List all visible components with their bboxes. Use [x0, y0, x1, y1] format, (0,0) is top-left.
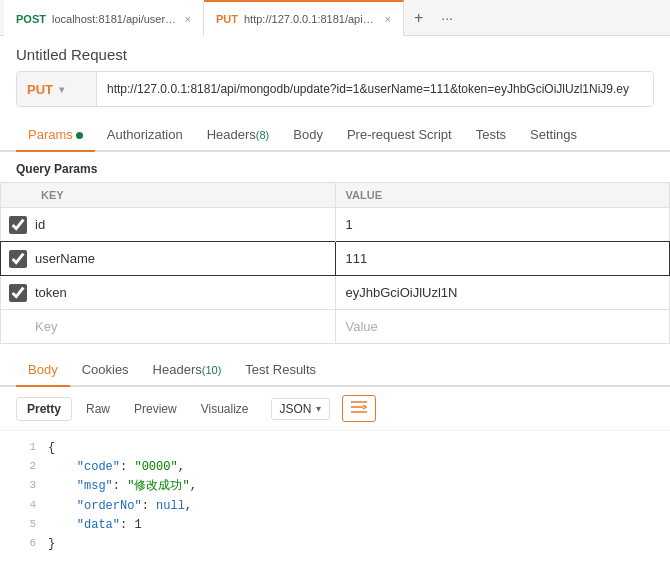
code-key-3: "msg" — [77, 479, 113, 493]
tab-response-body[interactable]: Body — [16, 354, 70, 387]
code-content-3: "msg": "修改成功", — [48, 477, 197, 496]
tab-cookies[interactable]: Cookies — [70, 354, 141, 387]
key-column-header: KEY — [1, 183, 336, 208]
more-menu-button[interactable]: ··· — [433, 10, 461, 26]
headers-badge: (8) — [256, 129, 269, 141]
code-content-1: { — [48, 439, 55, 458]
response-code-area: 1 { 2 "code": "0000", 3 "msg": "修改成功", 4… — [0, 431, 670, 561]
line-num-3: 3 — [4, 477, 36, 496]
tab-tests[interactable]: Tests — [464, 119, 518, 152]
param-checkbox-2[interactable] — [9, 250, 27, 268]
code-line-2: 2 "code": "0000", — [0, 458, 670, 477]
authorization-label: Authorization — [107, 127, 183, 142]
param-key-cell-3: token — [1, 276, 336, 310]
body-tab-label: Body — [293, 127, 323, 142]
code-line-3: 3 "msg": "修改成功", — [0, 477, 670, 496]
add-tab-button[interactable]: + — [404, 9, 433, 27]
line-num-5: 5 — [4, 516, 36, 535]
param-checkbox-3[interactable] — [9, 284, 27, 302]
code-key-4: "orderNo" — [77, 499, 142, 513]
url-bar: PUT ▾ — [16, 71, 654, 107]
json-select-dropdown[interactable]: JSON ▾ — [271, 398, 330, 420]
params-table: KEY VALUE id 1 userName — [0, 182, 670, 344]
test-results-label: Test Results — [245, 362, 316, 377]
param-key-text-2: userName — [35, 251, 327, 266]
tab-params[interactable]: Params — [16, 119, 95, 152]
param-key-cell-empty: Key — [1, 310, 336, 344]
tab-response-headers[interactable]: Headers(10) — [141, 354, 234, 387]
raw-button[interactable]: Raw — [76, 398, 120, 420]
value-placeholder: Value — [346, 319, 378, 334]
pretty-button[interactable]: Pretty — [16, 397, 72, 421]
code-line-4: 4 "orderNo": null, — [0, 497, 670, 516]
param-key-cell-2: userName — [1, 242, 336, 276]
line-num-4: 4 — [4, 497, 36, 516]
param-checkbox-1[interactable] — [9, 216, 27, 234]
cookies-label: Cookies — [82, 362, 129, 377]
post-tab-close[interactable]: × — [185, 13, 191, 25]
preview-button[interactable]: Preview — [124, 398, 187, 420]
param-key-text-1: id — [35, 217, 327, 232]
put-tab-close[interactable]: × — [385, 13, 391, 25]
put-method-badge: PUT — [216, 13, 238, 25]
response-headers-badge: (10) — [202, 364, 222, 376]
code-key-2: "code" — [77, 460, 120, 474]
response-headers-label: Headers — [153, 362, 202, 377]
param-value-cell-2: 111 — [335, 242, 670, 276]
method-select-arrow-icon: ▾ — [59, 84, 64, 95]
post-tab-url: localhost:8181/api/user/login?... — [52, 13, 177, 25]
tab-headers[interactable]: Headers(8) — [195, 119, 282, 152]
table-row: userName 111 — [1, 242, 670, 276]
prerequest-label: Pre-request Script — [347, 127, 452, 142]
param-value-cell-3: eyJhbGciOiJlUzl1N — [335, 276, 670, 310]
method-label: PUT — [27, 82, 53, 97]
tab-authorization[interactable]: Authorization — [95, 119, 195, 152]
param-key-cell-1: id — [1, 208, 336, 242]
code-content-5: "data": 1 — [48, 516, 142, 535]
put-tab-url: http://127.0.0.1:8181/api/mong... — [244, 13, 377, 25]
code-line-6: 6 } — [0, 535, 670, 554]
table-row-empty: Key Value — [1, 310, 670, 344]
response-body-label: Body — [28, 362, 58, 377]
visualize-button[interactable]: Visualize — [191, 398, 259, 420]
tab-settings[interactable]: Settings — [518, 119, 589, 152]
request-title: Untitled Request — [0, 36, 670, 71]
line-num-2: 2 — [4, 458, 36, 477]
tab-body[interactable]: Body — [281, 119, 335, 152]
query-params-title: Query Params — [0, 152, 670, 182]
code-line-5: 5 "data": 1 — [0, 516, 670, 535]
tab-test-results[interactable]: Test Results — [233, 354, 328, 387]
param-key-text-3: token — [35, 285, 327, 300]
line-num-1: 1 — [4, 439, 36, 458]
code-line-1: 1 { — [0, 439, 670, 458]
body-format-bar: Pretty Raw Preview Visualize JSON ▾ — [0, 387, 670, 431]
post-method-badge: POST — [16, 13, 46, 25]
settings-label: Settings — [530, 127, 577, 142]
param-value-cell-empty: Value — [335, 310, 670, 344]
url-input[interactable] — [97, 72, 653, 106]
param-value-text-3: eyJhbGciOiJlUzl1N — [346, 285, 458, 300]
tab-prerequest[interactable]: Pre-request Script — [335, 119, 464, 152]
param-value-text-2: 111 — [346, 251, 368, 266]
code-value-3: "修改成功" — [127, 479, 189, 493]
table-row: id 1 — [1, 208, 670, 242]
method-select[interactable]: PUT ▾ — [17, 72, 97, 106]
nav-tabs: Params Authorization Headers(8) Body Pre… — [0, 119, 670, 152]
wrap-text-icon[interactable] — [342, 395, 376, 422]
code-value-5: 1 — [134, 518, 141, 532]
code-value-2: "0000" — [134, 460, 177, 474]
param-value-cell-1: 1 — [335, 208, 670, 242]
code-content-4: "orderNo": null, — [48, 497, 192, 516]
params-label: Params — [28, 127, 73, 142]
value-column-header: VALUE — [335, 183, 670, 208]
response-tabs: Body Cookies Headers(10) Test Results — [0, 354, 670, 387]
top-tabs-bar: POST localhost:8181/api/user/login?... ×… — [0, 0, 670, 36]
code-value-4: null — [156, 499, 185, 513]
json-select-arrow-icon: ▾ — [316, 403, 321, 414]
param-value-text-1: 1 — [346, 217, 353, 232]
tab-put[interactable]: PUT http://127.0.0.1:8181/api/mong... × — [204, 0, 404, 36]
tab-post[interactable]: POST localhost:8181/api/user/login?... × — [4, 0, 204, 36]
tests-label: Tests — [476, 127, 506, 142]
code-content-6: } — [48, 535, 55, 554]
params-dot — [76, 132, 83, 139]
